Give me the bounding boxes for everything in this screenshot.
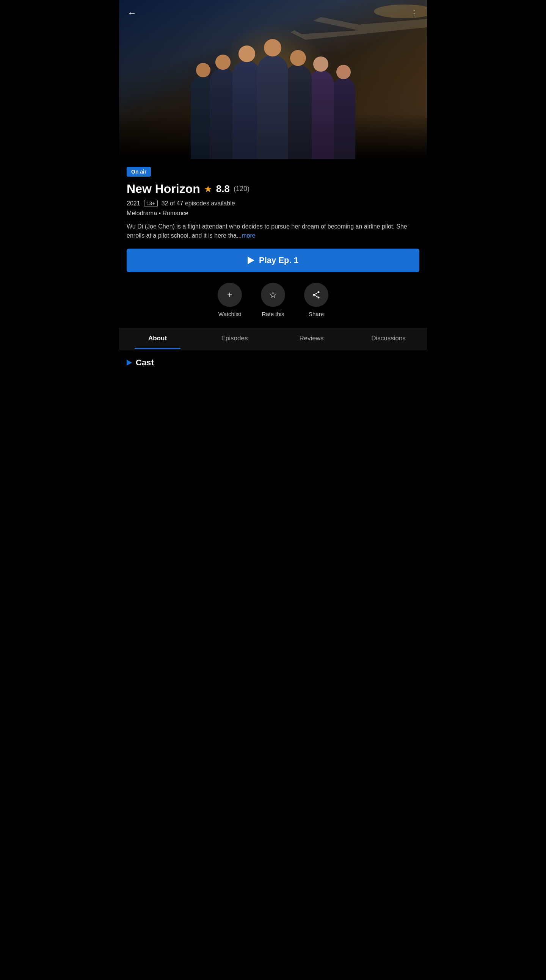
tab-about[interactable]: About <box>119 328 196 349</box>
age-rating-badge: 13+ <box>144 200 158 207</box>
watchlist-label: Watchlist <box>219 311 241 317</box>
svg-line-5 <box>315 296 318 297</box>
share-action[interactable]: Share <box>304 283 328 317</box>
back-arrow-icon: ← <box>128 8 136 18</box>
title-row: New Horizon ★ 8.8 (120) <box>127 182 419 196</box>
cast-header[interactable]: Cast <box>127 358 419 368</box>
share-icon <box>312 290 321 299</box>
show-description: Wu Di (Joe Chen) is a flight attendant w… <box>127 222 419 240</box>
star-icon: ★ <box>204 184 212 194</box>
rating-count: (120) <box>233 185 249 193</box>
episodes-info: 32 of 47 episodes available <box>161 200 235 207</box>
rate-icon: ☆ <box>269 290 277 300</box>
svg-line-4 <box>315 293 318 294</box>
share-label: Share <box>309 311 324 317</box>
more-dots-icon: ⋮ <box>410 8 418 18</box>
tabs-bar: About Episodes Reviews Discussions <box>119 328 427 349</box>
meta-row: 2021 13+ 32 of 47 episodes available <box>127 200 419 207</box>
tab-reviews[interactable]: Reviews <box>273 328 350 349</box>
hero-image: ← ⋮ <box>119 0 427 159</box>
rating-score: 8.8 <box>216 183 230 195</box>
play-button-label: Play Ep. 1 <box>259 255 299 265</box>
back-button[interactable]: ← <box>125 6 139 20</box>
show-year: 2021 <box>127 200 140 207</box>
rate-this-action[interactable]: ☆ Rate this <box>261 283 285 317</box>
svg-point-1 <box>318 291 319 293</box>
cast-section: Cast <box>119 349 427 376</box>
play-icon <box>247 256 254 264</box>
share-circle <box>304 283 328 307</box>
content-area: On air New Horizon ★ 8.8 (120) 2021 13+ … <box>119 159 427 317</box>
watchlist-icon: + <box>227 290 232 300</box>
cast-title: Cast <box>136 358 154 368</box>
tab-discussions[interactable]: Discussions <box>350 328 427 349</box>
svg-point-3 <box>318 297 319 299</box>
svg-point-2 <box>313 294 315 296</box>
genres: Melodrama • Romance <box>127 210 419 217</box>
tab-episodes[interactable]: Episodes <box>196 328 273 349</box>
more-link[interactable]: more <box>241 232 255 239</box>
watchlist-circle: + <box>218 283 242 307</box>
show-title: New Horizon <box>127 182 200 196</box>
actions-row: + Watchlist ☆ Rate this Share <box>127 283 419 317</box>
rate-label: Rate this <box>262 311 284 317</box>
cast-expand-icon <box>127 360 132 366</box>
more-options-button[interactable]: ⋮ <box>407 6 421 20</box>
rate-circle: ☆ <box>261 283 285 307</box>
on-air-badge: On air <box>127 167 151 177</box>
play-button[interactable]: Play Ep. 1 <box>127 248 419 272</box>
watchlist-action[interactable]: + Watchlist <box>218 283 242 317</box>
description-text: Wu Di (Joe Chen) is a flight attendant w… <box>127 223 407 239</box>
